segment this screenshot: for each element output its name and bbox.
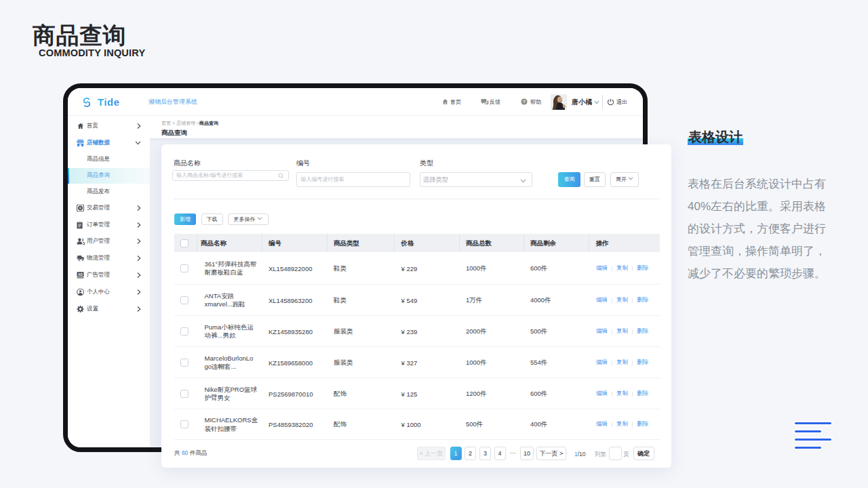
svg-text:?: ? [523, 100, 526, 104]
svg-text:AD: AD [78, 272, 83, 276]
